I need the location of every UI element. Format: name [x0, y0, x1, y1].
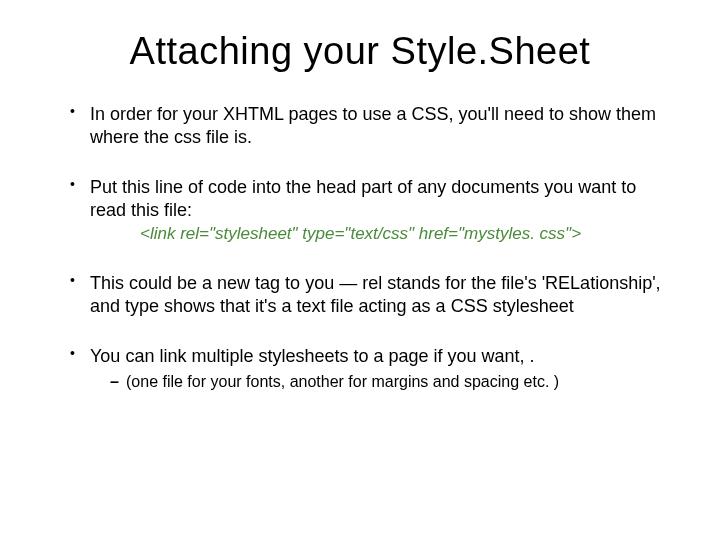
bullet-item-4: You can link multiple stylesheets to a p…	[74, 345, 670, 392]
code-example: <link rel="stylesheet" type="text/css" h…	[90, 223, 670, 244]
sub-bullet-list: (one file for your fonts, another for ma…	[90, 372, 670, 393]
sub-bullet-item: (one file for your fonts, another for ma…	[110, 372, 670, 393]
bullet-list: In order for your XHTML pages to use a C…	[50, 103, 670, 393]
slide-title: Attaching your Style.Sheet	[50, 30, 670, 73]
bullet-text-2: Put this line of code into the head part…	[90, 177, 636, 220]
bullet-text-4: You can link multiple stylesheets to a p…	[90, 346, 535, 366]
bullet-item-3: This could be a new tag to you — rel sta…	[74, 272, 670, 317]
bullet-text-3: This could be a new tag to you — rel sta…	[90, 273, 661, 316]
bullet-text-1: In order for your XHTML pages to use a C…	[90, 104, 656, 147]
sub-bullet-text: (one file for your fonts, another for ma…	[126, 373, 559, 390]
bullet-item-2: Put this line of code into the head part…	[74, 176, 670, 244]
bullet-item-1: In order for your XHTML pages to use a C…	[74, 103, 670, 148]
